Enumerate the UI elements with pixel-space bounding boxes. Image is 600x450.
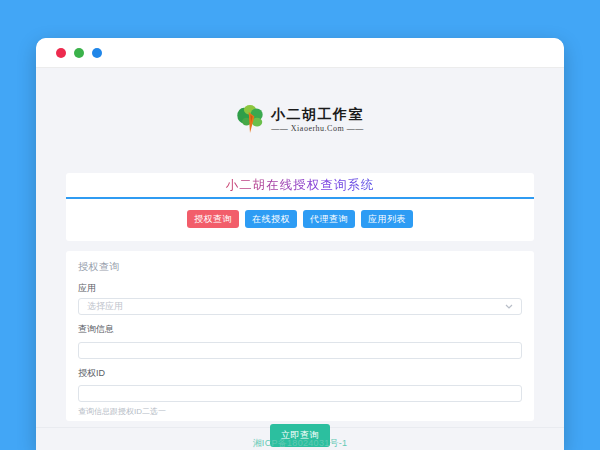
nav-button-agent-query[interactable]: 代理查询 xyxy=(303,210,355,228)
page-title: 小二胡在线授权查询系统 xyxy=(66,173,534,199)
window-close-button[interactable] xyxy=(56,48,66,58)
form-section-title: 授权查询 xyxy=(78,260,522,274)
auth-id-input[interactable] xyxy=(78,385,522,402)
query-info-field-label: 查询信息 xyxy=(78,323,522,336)
title-panel: 小二胡在线授权查询系统 授权查询 在线授权 代理查询 应用列表 xyxy=(66,173,534,241)
auth-query-form-panel: 授权查询 应用 选择应用 查询信息 授权ID 查询信息跟授权ID二选一 立即查询 xyxy=(66,251,534,421)
window-maximize-button[interactable] xyxy=(92,48,102,58)
logo-subtitle: —— Xiaoerhu.Com —— xyxy=(271,124,363,133)
query-info-input[interactable] xyxy=(78,342,522,359)
browser-window: 小二胡工作室 —— Xiaoerhu.Com —— 小二胡在线授权查询系统 授权… xyxy=(36,38,564,450)
logo-title: 小二胡工作室 xyxy=(271,106,364,122)
tree-logo-icon xyxy=(236,104,264,134)
nav-button-auth-query[interactable]: 授权查询 xyxy=(187,210,239,228)
app-select[interactable]: 选择应用 xyxy=(78,298,522,315)
site-logo: 小二胡工作室 —— Xiaoerhu.Com —— xyxy=(36,104,564,134)
desktop-background: 小二胡工作室 —— Xiaoerhu.Com —— 小二胡在线授权查询系统 授权… xyxy=(0,0,600,450)
form-hint-text: 查询信息跟授权ID二选一 xyxy=(78,406,522,417)
logo-text: 小二胡工作室 —— Xiaoerhu.Com —— xyxy=(271,106,364,133)
chevron-down-icon xyxy=(505,304,513,309)
app-field-label: 应用 xyxy=(78,282,522,295)
nav-button-online-auth[interactable]: 在线授权 xyxy=(245,210,297,228)
window-titlebar xyxy=(36,38,564,68)
window-minimize-button[interactable] xyxy=(74,48,84,58)
nav-buttons: 授权查询 在线授权 代理查询 应用列表 xyxy=(66,199,534,241)
app-select-placeholder: 选择应用 xyxy=(87,300,123,313)
nav-button-app-list[interactable]: 应用列表 xyxy=(361,210,413,228)
auth-id-field-label: 授权ID xyxy=(78,367,522,380)
